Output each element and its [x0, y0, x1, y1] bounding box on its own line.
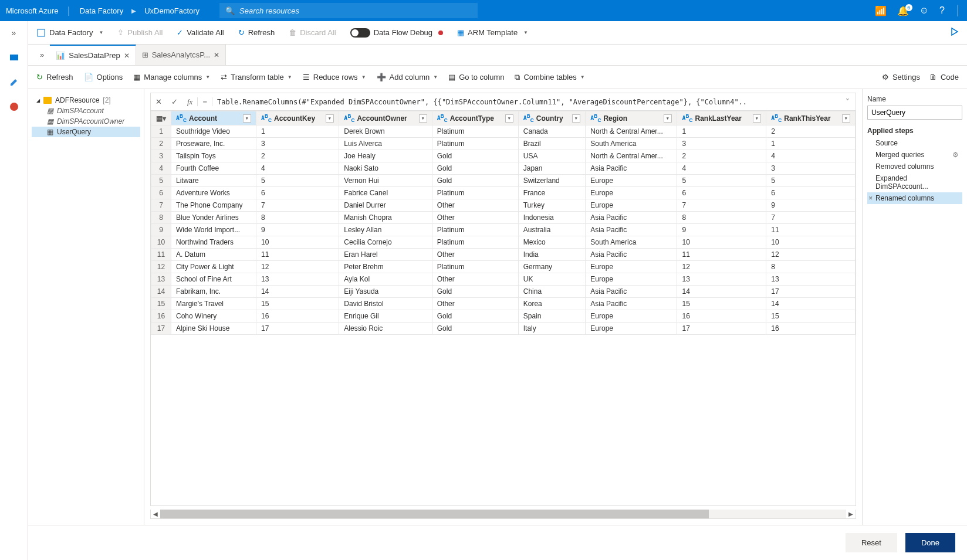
cell[interactable]: 8 [677, 212, 766, 224]
cell[interactable]: 11 [677, 249, 766, 261]
filter-button[interactable]: ▾ [842, 114, 850, 123]
cell[interactable]: 15 [677, 298, 766, 310]
cell[interactable]: Australia [518, 224, 586, 236]
fx-icon[interactable]: fx [182, 97, 197, 107]
cell[interactable]: Blue Yonder Airlines [171, 212, 256, 224]
cell[interactable]: Platinum [432, 187, 518, 199]
row-number[interactable]: 7 [151, 199, 171, 212]
cell[interactable]: 1 [677, 125, 766, 138]
cell[interactable]: Southridge Video [171, 125, 256, 138]
cell[interactable]: Europe [586, 199, 677, 212]
cell[interactable]: 4 [766, 150, 856, 162]
cell[interactable]: 5 [677, 175, 766, 187]
table-row[interactable]: 13School of Fine Art13Ayla KolOtherUKEur… [151, 273, 856, 286]
cell[interactable]: Asia Pacific [586, 162, 677, 175]
table-row[interactable]: 5Litware5Vernon HuiGoldSwitzerlandEurope… [151, 175, 856, 187]
filter-button[interactable]: ▾ [326, 114, 334, 123]
table-row[interactable]: 11A. Datum11Eran HarelOtherIndiaAsia Pac… [151, 249, 856, 261]
cell[interactable]: China [518, 286, 586, 298]
cell[interactable]: Margie's Travel [171, 298, 256, 310]
cell[interactable]: Europe [586, 273, 677, 286]
cell[interactable]: Asia Pacific [586, 286, 677, 298]
cell[interactable]: Fabrice Canel [339, 187, 432, 199]
cell[interactable]: 14 [766, 298, 856, 310]
delete-step-icon[interactable]: ✕ [868, 195, 873, 201]
table-row[interactable]: 10Northwind Traders10Cecilia CornejoPlat… [151, 236, 856, 249]
cell[interactable]: Other [432, 199, 518, 212]
cell[interactable]: Proseware, Inc. [171, 138, 256, 150]
cell[interactable]: Derek Brown [339, 125, 432, 138]
row-number[interactable]: 17 [151, 323, 171, 335]
cell[interactable]: 17 [677, 323, 766, 335]
cell[interactable]: Peter Brehm [339, 261, 432, 273]
cell[interactable]: 16 [677, 310, 766, 323]
cell[interactable]: Platinum [432, 236, 518, 249]
cell[interactable]: Europe [586, 323, 677, 335]
cell[interactable]: Other [432, 212, 518, 224]
cell[interactable]: 12 [256, 261, 339, 273]
cell[interactable]: Northwind Traders [171, 236, 256, 249]
tab-1[interactable]: ⊞SalesAnalytcsP...✕ [136, 45, 226, 65]
row-number[interactable]: 12 [151, 261, 171, 273]
cell[interactable]: The Phone Company [171, 199, 256, 212]
applied-step-3[interactable]: Expanded DimSPAccount... [867, 172, 962, 192]
cell[interactable]: Japan [518, 162, 586, 175]
tb-goto-column-button[interactable]: ▤ Go to column [448, 73, 504, 82]
cell[interactable]: 12 [766, 249, 856, 261]
cell[interactable]: 8 [256, 212, 339, 224]
applied-step-0[interactable]: Source [867, 137, 962, 149]
table-row[interactable]: 17Alpine Ski House17Alessio RoicGoldItal… [151, 323, 856, 335]
cell[interactable]: Fabrikam, Inc. [171, 286, 256, 298]
cell[interactable]: UK [518, 273, 586, 286]
cell[interactable]: City Power & Light [171, 261, 256, 273]
filter-button[interactable]: ▾ [243, 114, 251, 123]
cell[interactable]: Platinum [432, 261, 518, 273]
data-grid[interactable]: ▦▾ABCAccount▾ABCAccountKey▾ABCAccountOwn… [150, 110, 856, 506]
cell[interactable]: Asia Pacific [586, 249, 677, 261]
cell[interactable]: Joe Healy [339, 150, 432, 162]
filter-button[interactable]: ▾ [572, 114, 580, 123]
table-row[interactable]: 2Proseware, Inc.3Luis AlvercaPlatinumBra… [151, 138, 856, 150]
scroll-thumb[interactable] [160, 510, 709, 518]
row-number-header[interactable]: ▦▾ [151, 111, 171, 125]
cell[interactable]: Europe [586, 261, 677, 273]
table-menu-icon[interactable]: ▦▾ [156, 114, 166, 123]
column-header-accountowner[interactable]: ABCAccountOwner▾ [339, 111, 432, 125]
table-row[interactable]: 9Wide World Import...9Lesley AllanPlatin… [151, 224, 856, 236]
filter-button[interactable]: ▾ [505, 114, 513, 123]
tree-item-0[interactable]: ▦DimSPAccount [32, 106, 140, 116]
cell[interactable]: South America [586, 138, 677, 150]
applied-step-4[interactable]: ✕Renamed columns [867, 192, 962, 204]
cell[interactable]: 10 [766, 236, 856, 249]
cell[interactable]: 3 [677, 138, 766, 150]
table-row[interactable]: 3Tailspin Toys2Joe HealyGoldUSANorth & C… [151, 150, 856, 162]
cell[interactable]: 6 [677, 187, 766, 199]
cell[interactable]: Alpine Ski House [171, 323, 256, 335]
brand-label[interactable]: Microsoft Azure [6, 6, 59, 15]
tree-item-1[interactable]: ▦DimSPAccountOwner [32, 116, 140, 127]
cell[interactable]: Gold [432, 286, 518, 298]
cell[interactable]: 11 [766, 224, 856, 236]
publish-all-button[interactable]: ⇪ Publish All [117, 28, 163, 37]
cell[interactable]: Canada [518, 125, 586, 138]
tree-item-2[interactable]: ▦UserQuery [32, 127, 140, 137]
cloud-shell-icon[interactable]: 📶 [875, 5, 887, 16]
filter-button[interactable]: ▾ [753, 114, 761, 123]
table-row[interactable]: 6Adventure Works6Fabrice CanelPlatinumFr… [151, 187, 856, 199]
row-number[interactable]: 15 [151, 298, 171, 310]
refresh-button[interactable]: ↻ Refresh [238, 28, 275, 37]
cell[interactable]: Other [432, 298, 518, 310]
rail-factory-icon[interactable] [6, 49, 22, 66]
cell[interactable]: 5 [766, 175, 856, 187]
cell[interactable]: 15 [766, 310, 856, 323]
cell[interactable]: Ayla Kol [339, 273, 432, 286]
tab-0[interactable]: 📊SalesDataPrep✕ [50, 45, 136, 65]
cell[interactable]: 15 [256, 298, 339, 310]
cell[interactable]: Turkey [518, 199, 586, 212]
cell[interactable]: Vernon Hui [339, 175, 432, 187]
formula-text[interactable]: Table.RenameColumns(#"Expanded DimSPAcco… [212, 98, 840, 106]
cell[interactable]: Naoki Sato [339, 162, 432, 175]
column-header-rankthisyear[interactable]: ABCRankThisYear▾ [766, 111, 856, 125]
cell[interactable]: 13 [677, 273, 766, 286]
cell[interactable]: 1 [766, 138, 856, 150]
